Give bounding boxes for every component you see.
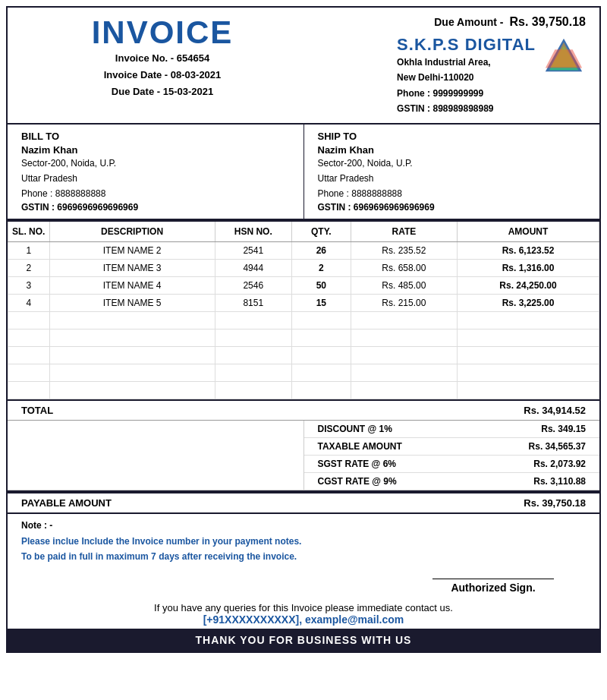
cell-hsn: 4944	[215, 259, 291, 276]
company-name: S.K.P.S DIGITAL	[397, 35, 536, 55]
ship-to-phone: Phone : 8888888888	[318, 186, 587, 201]
thank-you-bar: THANK YOU FOR BUSINESS WITH US	[8, 629, 599, 651]
table-header-row: SL. NO. DESCRIPTION HSN NO. QTY. RATE AM…	[8, 221, 599, 242]
note-line2: To be paid in full in maximum 7 days aft…	[21, 549, 586, 564]
cell-desc: ITEM NAME 4	[49, 276, 215, 294]
bill-to-name: Nazim Khan	[21, 144, 290, 156]
cgst-item: CGST RATE @ 9% Rs. 3,110.88	[304, 473, 600, 490]
invoice-wrapper: INVOICE Invoice No. - 654654 Invoice Dat…	[6, 6, 601, 653]
payable-value: Rs. 39,750.18	[524, 497, 586, 509]
cell-hsn: 2546	[215, 276, 291, 294]
ship-to-gstin: GSTIN : 6969696969696969	[318, 202, 587, 213]
cell-amount: Rs. 3,225.00	[458, 294, 599, 311]
discount-label: DISCOUNT @ 1%	[318, 424, 392, 434]
discount-value: Rs. 349.15	[541, 424, 586, 434]
due-amount-line: Due Amount - Rs. 39,750.18	[434, 15, 586, 29]
company-logo	[542, 35, 586, 79]
notes-section: Note : - Please inclue Include the Invoi…	[8, 514, 599, 571]
bill-to-label: BILL TO	[21, 131, 290, 142]
sgst-item: SGST RATE @ 6% Rs. 2,073.92	[304, 456, 600, 473]
ship-to-block: SHIP TO Nazim Khan Sector-200, Noida, U.…	[304, 125, 600, 219]
invoice-no-value: 654654	[177, 52, 209, 64]
sign-line	[432, 579, 554, 579]
taxable-value: Rs. 34,565.37	[529, 441, 586, 452]
table-row: 1 ITEM NAME 2 2541 26 Rs. 235.52 Rs. 6,1…	[8, 241, 599, 259]
sign-block: Authorized Sign.	[432, 579, 554, 594]
cgst-value: Rs. 3,110.88	[533, 476, 586, 487]
sgst-value: Rs. 2,073.92	[533, 459, 586, 469]
footer-contact: If you have any queries for this Invoice…	[8, 598, 599, 629]
total-value: Rs. 34,914.52	[524, 405, 586, 416]
summary-section: DISCOUNT @ 1% Rs. 349.15 TAXABLE AMOUNT …	[8, 421, 599, 492]
table-row-empty	[8, 364, 599, 381]
col-hsn: HSN NO.	[215, 221, 291, 242]
total-label: TOTAL	[21, 405, 53, 416]
bill-to-gstin: GSTIN : 6969696969696969	[21, 202, 290, 213]
footer-contact-info: [+91XXXXXXXXXX], example@mail.com	[8, 613, 599, 626]
note-line1: Please inclue Include the Invoice number…	[21, 534, 586, 549]
company-block: S.K.P.S DIGITAL Okhla Industrial Area, N…	[397, 35, 586, 117]
cell-rate: Rs. 235.52	[351, 241, 457, 259]
ship-to-name: Nazim Khan	[318, 144, 587, 156]
due-date-value: 15-03-2021	[163, 86, 214, 97]
company-details: Okhla Industrial Area, New Delhi-110020 …	[397, 55, 536, 117]
invoice-title: INVOICE	[21, 15, 304, 50]
cell-sl: 3	[8, 276, 50, 294]
ship-to-address2: Uttar Pradesh	[318, 171, 587, 186]
header-left: INVOICE Invoice No. - 654654 Invoice Dat…	[21, 15, 304, 100]
cell-desc: ITEM NAME 2	[49, 241, 215, 259]
items-table: SL. NO. DESCRIPTION HSN NO. QTY. RATE AM…	[8, 220, 599, 399]
taxable-item: TAXABLE AMOUNT Rs. 34,565.37	[304, 438, 600, 456]
table-row-empty	[8, 329, 599, 346]
header-right: Due Amount - Rs. 39,750.18 S.K.P.S DIGIT…	[304, 15, 586, 117]
cell-hsn: 8151	[215, 294, 291, 311]
taxable-label: TAXABLE AMOUNT	[318, 441, 402, 452]
due-amount-label: Due Amount -	[434, 16, 503, 28]
discount-item: DISCOUNT @ 1% Rs. 349.15	[304, 421, 600, 438]
cell-rate: Rs. 215.00	[351, 294, 457, 311]
footer-contact-text: If you have any queries for this Invoice…	[8, 602, 599, 613]
payable-row: PAYABLE AMOUNT Rs. 39,750.18	[8, 492, 599, 514]
table-row-empty	[8, 346, 599, 364]
bill-to-address1: Sector-200, Noida, U.P.	[21, 156, 290, 171]
summary-discount-row: DISCOUNT @ 1% Rs. 349.15 TAXABLE AMOUNT …	[8, 421, 599, 490]
sign-section: Authorized Sign.	[8, 571, 599, 598]
due-date-line: Due Date - 15-03-2021	[21, 84, 304, 100]
col-sl: SL. NO.	[8, 221, 50, 242]
company-info: S.K.P.S DIGITAL Okhla Industrial Area, N…	[397, 35, 536, 117]
summary-left-empty	[8, 421, 304, 490]
cell-sl: 2	[8, 259, 50, 276]
cell-qty: 50	[291, 276, 351, 294]
table-row: 2 ITEM NAME 3 4944 2 Rs. 658.00 Rs. 1,31…	[8, 259, 599, 276]
cgst-label: CGST RATE @ 9%	[318, 476, 397, 487]
invoice-no-label: Invoice No. -	[115, 52, 177, 64]
cell-qty: 2	[291, 259, 351, 276]
col-desc: DESCRIPTION	[49, 221, 215, 242]
col-rate: RATE	[351, 221, 457, 242]
cell-rate: Rs. 485.00	[351, 276, 457, 294]
payable-label: PAYABLE AMOUNT	[21, 497, 112, 509]
invoice-date-label: Invoice Date -	[104, 69, 171, 80]
table-row-empty	[8, 311, 599, 329]
company-address2: New Delhi-110020	[397, 70, 536, 85]
bill-ship-section: BILL TO Nazim Khan Sector-200, Noida, U.…	[8, 125, 599, 220]
cell-rate: Rs. 658.00	[351, 259, 457, 276]
table-row: 3 ITEM NAME 4 2546 50 Rs. 485.00 Rs. 24,…	[8, 276, 599, 294]
cell-qty: 26	[291, 241, 351, 259]
cell-qty: 15	[291, 294, 351, 311]
ship-to-address1: Sector-200, Noida, U.P.	[318, 156, 587, 171]
company-phone: Phone : 9999999999	[397, 86, 536, 101]
cell-amount: Rs. 1,316.00	[458, 259, 599, 276]
cell-amount: Rs. 24,250.00	[458, 276, 599, 294]
invoice-header: INVOICE Invoice No. - 654654 Invoice Dat…	[8, 8, 599, 125]
company-address1: Okhla Industrial Area,	[397, 55, 536, 70]
sign-label: Authorized Sign.	[432, 582, 554, 594]
col-qty: QTY.	[291, 221, 351, 242]
table-row: 4 ITEM NAME 5 8151 15 Rs. 215.00 Rs. 3,2…	[8, 294, 599, 311]
cell-amount: Rs. 6,123.52	[458, 241, 599, 259]
invoice-meta: Invoice No. - 654654 Invoice Date - 08-0…	[21, 50, 304, 100]
ship-to-label: SHIP TO	[318, 131, 587, 142]
invoice-date-line: Invoice Date - 08-03-2021	[21, 67, 304, 84]
bill-to-phone: Phone : 8888888888	[21, 186, 290, 201]
invoice-date-value: 08-03-2021	[171, 69, 222, 80]
